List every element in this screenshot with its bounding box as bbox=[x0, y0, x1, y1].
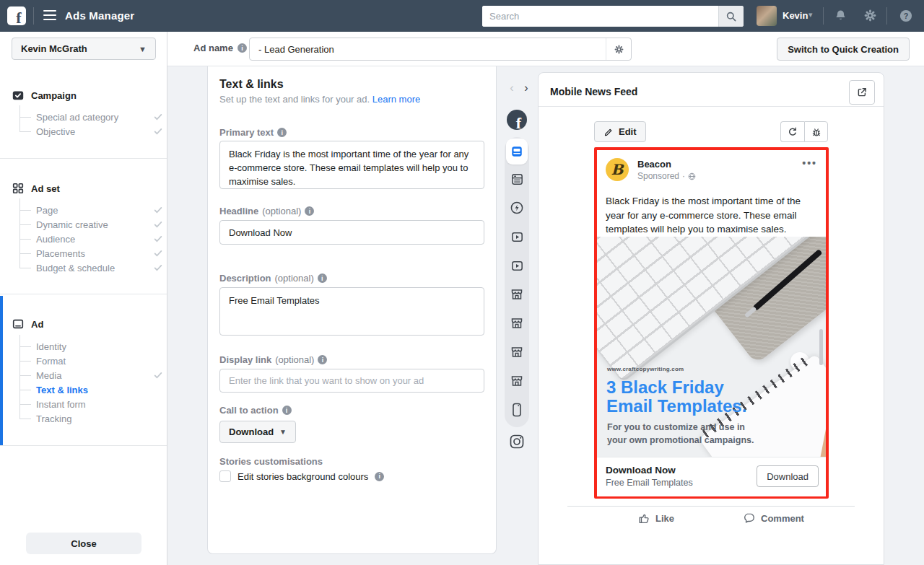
switch-to-quick-creation-button[interactable]: Switch to Quick Creation bbox=[777, 38, 910, 61]
user-name[interactable]: Kevin bbox=[783, 10, 808, 21]
chevron-down-icon[interactable]: ▾ bbox=[808, 10, 813, 19]
info-icon[interactable]: i bbox=[375, 472, 384, 481]
active-section-indicator bbox=[0, 296, 3, 445]
sidebar-item-special-ad-category[interactable]: Special ad category bbox=[19, 110, 165, 124]
preview-scrollbar[interactable] bbox=[819, 329, 823, 365]
learn-more-link[interactable]: Learn more bbox=[372, 94, 420, 105]
info-icon[interactable]: i bbox=[282, 406, 292, 415]
description-input[interactable]: Free Email Templates bbox=[219, 287, 484, 336]
sidebar-item-instant-form[interactable]: Instant form bbox=[19, 397, 165, 411]
notifications-icon[interactable] bbox=[834, 9, 847, 22]
sidebar-item-identity[interactable]: Identity bbox=[19, 339, 165, 354]
help-icon[interactable]: ? bbox=[899, 9, 912, 22]
search-results-placement-icon[interactable] bbox=[505, 338, 529, 367]
placement-icon-strip bbox=[505, 137, 529, 427]
debug-bug-icon[interactable] bbox=[804, 121, 828, 142]
facebook-logo[interactable]: f bbox=[7, 6, 26, 25]
ad-primary-text: Black Friday is the most important time … bbox=[606, 194, 819, 237]
display-link-field bbox=[219, 369, 484, 393]
ad-name-settings-icon[interactable] bbox=[606, 38, 631, 60]
sidebar-item-media[interactable]: Media bbox=[19, 368, 165, 382]
preview-tools bbox=[780, 121, 828, 142]
sidebar: Kevin McGrath▼ Campaign Special ad categ… bbox=[0, 32, 167, 565]
edit-stories-checkbox[interactable] bbox=[219, 470, 231, 482]
instagram-placement-icon[interactable] bbox=[508, 433, 526, 450]
ad-cta-button[interactable]: Download bbox=[757, 465, 819, 487]
desktop-news-feed-icon[interactable] bbox=[505, 165, 529, 193]
ad-preview-selected[interactable]: B Beacon Sponsored· ••• Black Friday is … bbox=[594, 147, 829, 499]
sidebar-section-adset[interactable]: Ad set bbox=[12, 181, 60, 196]
sidebar-item-page[interactable]: Page bbox=[19, 203, 165, 217]
check-icon bbox=[153, 112, 163, 122]
chevron-down-icon: ▼ bbox=[139, 45, 147, 53]
ad-image[interactable]: www.craftcopywriting.com 3 Black FridayE… bbox=[597, 237, 826, 457]
instant-articles-icon[interactable] bbox=[505, 193, 529, 222]
description-label: Description(optional)i bbox=[219, 273, 327, 284]
preview-next-icon[interactable]: › bbox=[519, 81, 533, 95]
facebook-placement-icon[interactable]: f bbox=[507, 110, 527, 130]
stories-placement-icon[interactable] bbox=[505, 309, 529, 338]
sidebar-item-text-links[interactable]: Text & links bbox=[19, 382, 165, 397]
check-icon bbox=[153, 370, 163, 380]
video-feeds-icon[interactable] bbox=[505, 251, 529, 280]
settings-gear-icon[interactable] bbox=[863, 9, 877, 22]
info-icon[interactable]: i bbox=[318, 273, 327, 283]
ad-description: Free Email Templates bbox=[606, 478, 693, 488]
sponsored-label: Sponsored· bbox=[637, 171, 696, 181]
ad-preview-panel: Mobile News Feed Edit B Beacon Sponsored… bbox=[538, 72, 884, 565]
headline-input[interactable] bbox=[229, 227, 475, 238]
ad-menu-icon[interactable]: ••• bbox=[802, 157, 817, 169]
sidebar-item-dynamic-creative[interactable]: Dynamic creative bbox=[19, 217, 165, 232]
sidebar-item-tracking[interactable]: Tracking bbox=[19, 411, 165, 426]
mobile-device-icon[interactable] bbox=[505, 395, 529, 424]
ad-image-heading: 3 Black FridayEmail Templates. bbox=[606, 378, 746, 415]
shops-placement-icon[interactable] bbox=[505, 367, 529, 395]
sidebar-item-placements[interactable]: Placements bbox=[19, 246, 165, 260]
check-icon bbox=[153, 234, 163, 244]
mobile-news-feed-icon[interactable] bbox=[506, 139, 528, 165]
account-selector[interactable]: Kevin McGrath▼ bbox=[12, 38, 156, 60]
sidebar-section-campaign[interactable]: Campaign bbox=[12, 88, 77, 102]
edit-ad-button[interactable]: Edit bbox=[594, 121, 646, 142]
info-icon[interactable]: i bbox=[318, 355, 327, 364]
display-link-input[interactable] bbox=[229, 375, 475, 386]
marketplace-icon[interactable] bbox=[505, 280, 529, 309]
divider bbox=[539, 106, 884, 107]
pencil-icon bbox=[603, 127, 614, 137]
check-icon bbox=[153, 219, 163, 229]
sidebar-item-budget-schedule[interactable]: Budget & schedule bbox=[19, 260, 165, 275]
globe-icon bbox=[688, 172, 696, 180]
page-avatar[interactable]: B bbox=[606, 158, 629, 181]
call-to-action-dropdown[interactable]: Download▼ bbox=[219, 421, 296, 443]
comment-button[interactable]: Comment bbox=[743, 512, 804, 525]
ad-link-bar: Download Now Free Email Templates Downlo… bbox=[597, 457, 826, 496]
ad-name-input[interactable] bbox=[250, 44, 606, 55]
info-icon[interactable]: i bbox=[237, 43, 247, 53]
info-icon[interactable]: i bbox=[277, 128, 287, 137]
sidebar-item-objective[interactable]: Objective bbox=[19, 124, 165, 139]
preview-prev-icon[interactable]: ‹ bbox=[505, 81, 519, 95]
open-preview-icon[interactable] bbox=[849, 80, 875, 105]
info-icon[interactable]: i bbox=[305, 206, 314, 216]
primary-text-label: Primary texti bbox=[219, 127, 287, 138]
close-button[interactable]: Close bbox=[26, 533, 141, 554]
headline-field bbox=[219, 220, 484, 245]
search-input[interactable] bbox=[482, 6, 718, 27]
refresh-icon[interactable] bbox=[780, 121, 804, 142]
sidebar-item-format[interactable]: Format bbox=[19, 354, 165, 368]
in-stream-video-icon[interactable] bbox=[505, 222, 529, 251]
ad-name-field bbox=[249, 38, 632, 61]
divider bbox=[0, 445, 167, 446]
chevron-down-icon: ▼ bbox=[279, 428, 287, 436]
sidebar-section-ad[interactable]: Ad bbox=[12, 317, 43, 331]
page-name[interactable]: Beacon bbox=[637, 159, 671, 170]
panel-subtitle: Set up the text and links for your ad. L… bbox=[219, 94, 420, 105]
primary-text-input[interactable]: Black Friday is the most important time … bbox=[219, 141, 484, 189]
menu-icon[interactable] bbox=[43, 10, 56, 20]
search-icon[interactable] bbox=[718, 6, 744, 27]
ad-headline: Download Now bbox=[606, 465, 676, 476]
like-button[interactable]: Like bbox=[637, 512, 674, 525]
like-icon bbox=[637, 512, 650, 525]
user-avatar[interactable] bbox=[757, 6, 777, 26]
sidebar-item-audience[interactable]: Audience bbox=[19, 232, 165, 246]
